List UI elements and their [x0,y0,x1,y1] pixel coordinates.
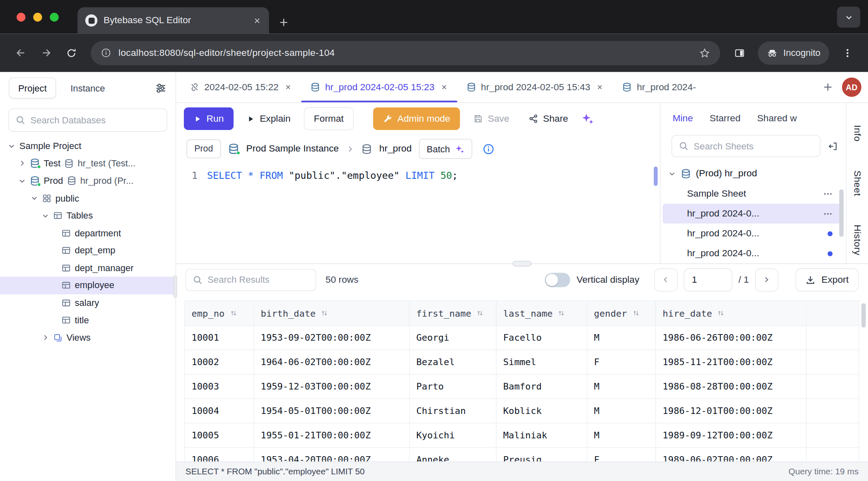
cell[interactable]: 10004 [185,399,254,423]
url-bar[interactable]: localhost:8080/sql-editor/sheet/project-… [91,41,720,65]
cell[interactable]: 1953-09-02T00:00:00Z [254,326,410,350]
close-sheet-tab-icon[interactable] [596,84,603,91]
chevron-right-icon[interactable] [41,334,49,342]
sheet-item-unsaved-1[interactable]: hr_prod 2024-0... [663,224,840,243]
cell[interactable]: 1954-05-01T00:00:00Z [254,399,410,423]
tree-item-salary[interactable]: salary [0,294,176,311]
sort-icon[interactable] [229,309,237,317]
minimize-window-button[interactable] [33,13,42,22]
instance-name[interactable]: Prod Sample Instance [246,143,339,154]
cell[interactable]: 1959-12-03T00:00:00Z [254,374,410,399]
export-button[interactable]: Export [796,268,859,291]
sheet-tab-2-active[interactable]: hr_prod 2024-02-05 15:23 [301,72,457,103]
close-window-button[interactable] [17,13,25,22]
cell[interactable]: Kyoichi [410,423,497,447]
chevron-down-icon[interactable] [668,170,676,178]
tree-item-dept-manager[interactable]: dept_manager [0,259,176,277]
prev-page-button[interactable] [654,268,678,291]
column-header-last-name[interactable]: last_name [496,301,587,326]
cell[interactable]: M [587,423,656,447]
tab-shared[interactable]: Shared w [757,113,797,124]
run-button[interactable]: Run [184,107,234,130]
sheet-search-input[interactable] [694,141,813,151]
tree-item-sample-project[interactable]: Sample Project [0,137,176,155]
column-header-gender[interactable]: gender [587,301,656,326]
new-sheet-tab-icon[interactable] [822,82,833,92]
chevron-down-icon[interactable] [18,177,26,185]
info-icon[interactable] [482,143,494,155]
cell[interactable]: 1955-01-21T00:00:00Z [254,423,410,447]
cell[interactable]: 1985-11-21T00:00:00Z [656,350,806,374]
tree-item-schema-public[interactable]: public [0,190,176,207]
browser-tab[interactable]: Bytebase SQL Editor [77,7,269,34]
tree-item-tables-group[interactable]: Tables [0,207,176,224]
forward-button[interactable] [34,41,58,65]
close-sheet-tab-icon[interactable] [285,84,292,91]
database-search-input[interactable] [31,115,160,125]
cell[interactable]: 10003 [185,374,254,399]
cell[interactable]: Parto [410,374,497,399]
results-search-input[interactable] [207,274,309,285]
table-row[interactable]: 100021964-06-02T00:00:00ZBezalelSimmelF1… [185,350,859,374]
cell[interactable]: 1989-09-12T00:00:00Z [656,423,806,447]
more-actions-icon[interactable] [823,209,833,219]
page-number-input[interactable] [684,268,733,291]
cell[interactable]: Bamford [496,374,587,399]
column-header-first-name[interactable]: first_name [410,301,497,326]
tree-item-prod-instance[interactable]: Prod hr_prod (Pr... [0,172,176,190]
cell[interactable]: 10001 [185,326,254,350]
share-button[interactable]: Share [523,107,574,130]
sheet-search[interactable] [671,135,820,157]
chevron-down-icon[interactable] [8,142,16,150]
cell[interactable]: Simmel [496,350,587,374]
tree-item-employee-selected[interactable]: employee [0,277,176,294]
site-info-icon[interactable] [101,48,111,58]
vertical-display-toggle[interactable] [545,272,570,287]
column-header-birth-date[interactable]: birth_date [254,301,410,326]
column-header-emp-no[interactable]: emp_no [185,301,254,326]
sheet-item-unsaved-2[interactable]: hr_prod 2024-0... [663,243,840,263]
filter-settings-icon[interactable] [155,82,166,94]
cell[interactable]: 10006 [185,447,254,462]
bookmark-star-icon[interactable] [699,47,710,58]
table-row[interactable]: 100051955-01-21T00:00:00ZKyoichiMaliniak… [185,423,859,447]
sort-icon[interactable] [476,309,484,317]
database-search[interactable] [8,108,167,132]
cell[interactable]: 1953-04-20T00:00:00Z [254,447,410,462]
browser-menu-kebab-icon[interactable] [836,41,859,65]
results-scrollbar[interactable] [861,303,866,328]
cell[interactable]: 1986-12-01T00:00:00Z [656,399,806,423]
table-row[interactable]: 100061953-04-20T00:00:00ZAnnekePreusigF1… [185,447,859,462]
tree-item-department[interactable]: department [0,224,176,242]
new-tab-button[interactable] [279,18,289,27]
cell[interactable]: F [587,447,656,462]
table-row[interactable]: 100011953-09-02T00:00:00ZGeorgiFacelloM1… [185,326,859,350]
table-row[interactable]: 100031959-12-03T00:00:00ZPartoBamfordM19… [185,374,859,399]
cell[interactable]: M [587,399,656,423]
chevron-right-icon[interactable] [18,159,26,167]
cell[interactable]: Koblick [496,399,587,423]
cell[interactable]: 1989-06-02T00:00:00Z [656,447,806,462]
cell[interactable]: Georgi [410,326,497,350]
rail-tab-sheet[interactable]: Sheet [852,171,863,196]
sql-code-editor[interactable]: 1 SELECT * FROM "public"."employee" LIMI… [176,163,660,263]
tab-instance[interactable]: Instance [70,83,105,93]
cell[interactable]: Facello [496,326,587,350]
sheet-item-selected[interactable]: hr_prod 2024-0... [663,204,840,224]
chevron-down-icon[interactable] [31,195,39,202]
reload-button[interactable] [60,41,83,65]
tree-item-views-group[interactable]: Views [0,329,176,346]
save-button[interactable]: Save [468,107,516,130]
cell[interactable]: 1986-06-26T00:00:00Z [656,326,806,350]
sort-icon[interactable] [558,309,566,317]
cell[interactable]: 1964-06-02T00:00:00Z [254,350,410,374]
cell[interactable]: 10002 [185,350,254,374]
tree-item-title[interactable]: title [0,312,176,329]
cell[interactable]: Preusig [496,447,587,462]
tab-starred[interactable]: Starred [710,113,741,124]
sort-icon[interactable] [321,309,328,317]
explain-button[interactable]: Explain [241,107,297,130]
close-tab-icon[interactable] [253,16,261,24]
sheet-tab-1[interactable]: 2024-02-05 15:22 [181,72,301,103]
sort-icon[interactable] [632,309,640,317]
